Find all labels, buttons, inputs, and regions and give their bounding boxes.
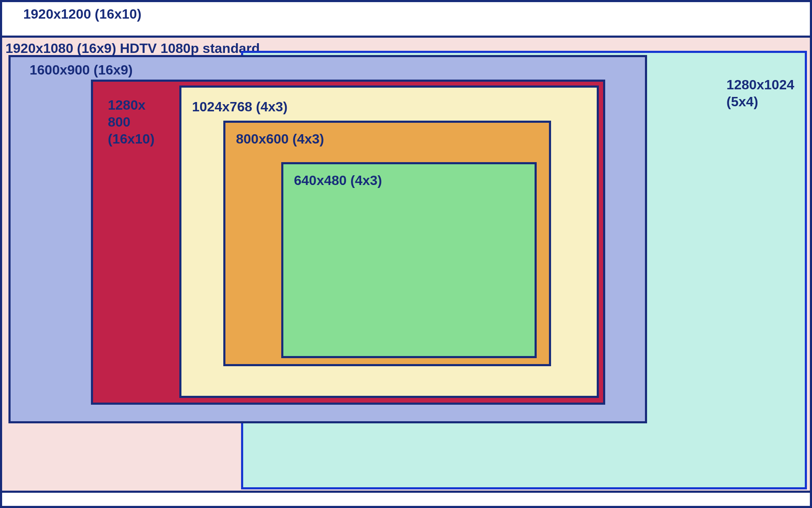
resolution-label-800x600: 800x600 (4x3) [236,130,324,147]
resolution-box-640x480: 640x480 (4x3) [281,162,537,358]
resolution-label-1920x1080: 1920x1080 (16x9) HDTV 1080p standard [5,40,260,57]
resolution-label-1600x900: 1600x900 (16x9) [30,61,133,78]
resolution-label-1280x800: 1280x800(16x10) [108,97,154,147]
resolution-label-812x508: 812x508 (16x10) [23,6,141,22]
resolution-label-640x480: 640x480 (4x3) [294,172,382,189]
resolution-label-1280x1024: 1280x1024(5x4) [727,76,794,110]
resolution-label-1024x768: 1024x768 (4x3) [192,98,288,115]
